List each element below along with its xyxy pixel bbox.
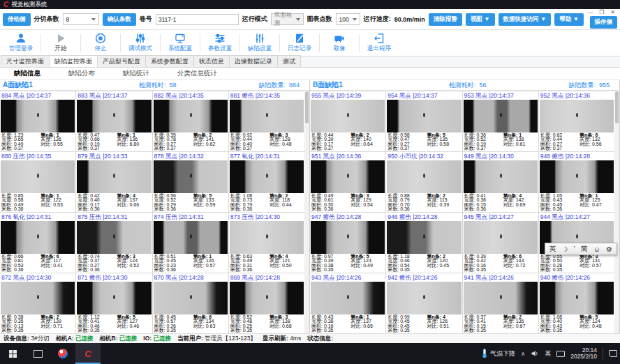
defect-cell[interactable]: 952 黑点 |20:14:36 长度: 0.62宽度: 0.44面积: 0.2… (539, 91, 614, 151)
emoji-icon[interactable]: ☺ (593, 245, 600, 253)
defect-cell[interactable]: 955 黑点 |20:14:39 长度: 0.44宽度: 0.39面积: 0.1… (310, 91, 385, 151)
tab-sub-缺陷分布[interactable]: 缺陷分布 (54, 69, 109, 78)
scrollbar-thumb[interactable] (615, 91, 619, 123)
cell-metrics-right: 第n条: 1灰度: 136对比: 0.55 (40, 133, 74, 151)
toolbar-button-camera[interactable]: 取像 (320, 33, 359, 53)
toolbar-button-sliders-v[interactable]: 调试模式 (121, 33, 160, 53)
defect-cell[interactable]: 884 黑点 |20:14:37 长度: 1.23宽度: 0.65面积: 0.4… (0, 91, 75, 151)
ime-mode-icon[interactable]: ☽ (562, 245, 568, 253)
help-menu-button[interactable]: 帮助 ▼ (554, 13, 584, 26)
defect-cell[interactable]: 882 黑点 |20:14:35 长度: 0.35宽度: 0.78面积: 0.2… (153, 91, 228, 151)
ime-language-bar[interactable]: 英☽’简☺⚙ (545, 243, 617, 255)
defect-cell[interactable]: 947 擦伤 |20:14:28 长度: 0.97宽度: 0.39面积: 0.3… (310, 213, 385, 273)
toolbar-button-sliders-h[interactable]: 参数设置 (200, 33, 239, 53)
cell-contrast: 对比: 0.48 (270, 142, 303, 146)
taskbar-clock[interactable]: 20:14 2025/2/10 (570, 347, 597, 360)
cell-metrics-right: 第n条: 5灰度: 133对比: 0.59 (193, 194, 227, 212)
minimize-icon[interactable]: — (587, 10, 593, 15)
cell-contrast: 对比: 0.51 (427, 324, 461, 328)
defect-cell-header: 881 擦伤 |20:14:35 (229, 91, 304, 100)
defect-cell-info: 长度: 0.51宽度: 0.45面积: 0.23米数: 0.36 第n条: 1灰… (153, 254, 228, 273)
cell-metrics-left: 长度: 0.43宽度: 0.38面积: 0.16米数: 0.35 (311, 315, 350, 333)
defect-cell[interactable]: 940 擦伤 |20:14:26 长度: 1.08宽度: 0.40面积: 0.4… (539, 273, 614, 333)
defect-cell[interactable]: 881 擦伤 |20:14:35 长度: 0.92宽度: 0.44面积: 0.4… (229, 91, 304, 151)
tab-main-尺寸监控界面[interactable]: 尺寸监控界面 (1, 55, 50, 67)
volume-icon[interactable] (531, 349, 539, 358)
tab-sub-分类信息统计[interactable]: 分类信息统计 (163, 69, 231, 78)
defect-cell[interactable]: 874 压伤 |20:14:31 长度: 0.51宽度: 0.45面积: 0.2… (153, 213, 228, 273)
defect-cell[interactable]: 870 黑点 |20:14:28 长度: 0.45宽度: 0.57面积: 0.2… (153, 273, 228, 333)
operate-side-button[interactable]: 操作侧 (590, 16, 618, 29)
defect-cell[interactable]: 883 黑点 |20:14:37 长度: 0.47宽度: 0.66面积: 0.1… (76, 91, 152, 151)
lang-simplified-toggle[interactable]: 简 (581, 244, 588, 254)
cell-metrics-right: 第n条: 3灰度: 131对比: 0.57 (580, 255, 613, 273)
tab-sub-缺陷信息[interactable]: 缺陷信息 (0, 69, 54, 78)
defect-cell[interactable]: 949 黑点 |20:14:30 长度: 0.41宽度: 0.36面积: 0.1… (463, 152, 538, 212)
gear-icon[interactable]: ⚙ (606, 245, 612, 253)
maximize-icon[interactable]: ❐ (599, 10, 604, 15)
defect-cell[interactable]: 877 氧化 |20:14:31 长度: 1.08宽度: 0.73面积: 0.7… (229, 152, 304, 212)
toolbar-button-play[interactable]: 开始 (41, 33, 80, 53)
punctuation-icon[interactable]: ’ (574, 245, 575, 253)
tab-main-边缘数据记录[interactable]: 边缘数据记录 (229, 55, 278, 67)
panel-b-scrollbar[interactable] (614, 91, 619, 333)
chart-points-select[interactable]: 100 (336, 13, 360, 25)
defect-cell[interactable]: 953 黑点 |20:14:37 长度: 0.36宽度: 0.52面积: 0.1… (463, 91, 538, 151)
tab-main-缺陷监控界面[interactable]: 缺陷监控界面 (49, 55, 98, 67)
defect-cell[interactable]: 876 氧化 |20:14:31 长度: 0.66宽度: 0.81面积: 0.5… (0, 213, 75, 273)
language-indicator[interactable]: 英 (545, 349, 551, 358)
defect-cell[interactable]: 872 黑点 |20:14:30 长度: 0.38宽度: 0.35面积: 0.1… (0, 273, 75, 333)
defect-cell[interactable]: 875 压伤 |20:14:31 长度: 0.74宽度: 0.37面积: 0.2… (76, 213, 152, 273)
defect-cell[interactable]: 942 擦伤 |20:14:26 长度: 0.99宽度: 0.45面积: 0.4… (386, 273, 462, 333)
defect-cell[interactable]: 946 擦伤 |20:14:28 长度: 1.18宽度: 0.46面积: 0.5… (386, 213, 462, 273)
action-center-icon[interactable] (609, 350, 617, 357)
roll-number-input[interactable] (156, 14, 239, 25)
tray-expand-icon[interactable]: ∧ (521, 351, 525, 357)
weather-tray-item[interactable]: 气温下降 (481, 349, 515, 358)
toolbar-button-log[interactable]: 日志记录 (280, 33, 319, 53)
task-view-button[interactable] (25, 343, 50, 364)
lang-en-toggle[interactable]: 英 (549, 244, 556, 254)
defect-cell[interactable]: 879 黑点 |20:14:33 长度: 0.42宽度: 0.40面积: 0.1… (76, 152, 152, 212)
tab-sub-缺陷统计[interactable]: 缺陷统计 (109, 69, 163, 78)
data-quick-access-menu-button[interactable]: 数据快捷访问 ▼ (499, 13, 552, 26)
defect-cell[interactable]: 945 黑点 |20:14:27 长度: 0.39宽度: 0.42面积: 0.1… (463, 213, 538, 273)
drive-side-button[interactable]: 传动侧 (3, 13, 31, 26)
defect-cell[interactable]: 948 擦伤 |20:14:28 长度: 1.05宽度: 0.43面积: 0.4… (539, 152, 614, 212)
confirm-count-button[interactable]: 确认条数 (103, 13, 136, 26)
toolbar-button-monitor[interactable]: 系统配置 (161, 33, 200, 53)
tab-main-测试[interactable]: 测试 (277, 55, 301, 67)
clear-alarm-button[interactable]: 清除报警 (429, 13, 462, 26)
run-mode-select[interactable]: 双面检测 (271, 13, 304, 25)
sogou-ime-taskbar-button[interactable] (50, 343, 75, 364)
defect-cell[interactable]: 951 黑点 |20:14:36 长度: 0.49宽度: 0.61面积: 0.3… (310, 152, 385, 212)
toolbar-button-stop[interactable]: 停止 (81, 33, 120, 53)
defect-mark (576, 295, 578, 299)
defect-cell[interactable]: 871 擦伤 |20:14:30 长度: 1.12宽度: 0.41面积: 0.4… (76, 273, 152, 333)
defect-cell[interactable]: 950 小凹坑 |20:14:32 长度: 0.88宽度: 0.79面积: 0.… (386, 152, 462, 212)
scrollbar-thumb[interactable] (305, 91, 309, 123)
start-button[interactable] (0, 343, 25, 364)
close-icon[interactable]: ✕ (610, 10, 615, 15)
cell-contrast: 对比: 0.57 (580, 264, 613, 268)
tab-main-状态信息[interactable]: 状态信息 (193, 55, 230, 67)
defect-cell[interactable]: 943 黑点 |20:14:26 长度: 0.43宽度: 0.38面积: 0.1… (310, 273, 385, 333)
defect-cell-info: 长度: 0.42宽度: 0.40面积: 0.17米数: 0.36 第n条: 4灰… (76, 193, 152, 212)
view-menu-button[interactable]: 视图 ▼ (466, 13, 495, 26)
defect-cell[interactable]: 878 黑点 |20:14:32 长度: 0.56宽度: 0.52面积: 0.2… (153, 152, 228, 212)
toolbar-button-exit[interactable]: 退出程序 (360, 33, 399, 53)
tab-main-系统参数配置[interactable]: 系统参数配置 (145, 55, 194, 67)
defect-cell[interactable]: 880 压伤 |20:14:35 长度: 0.85宽度: 0.58面积: 0.4… (0, 152, 75, 212)
defect-cell[interactable]: 873 压伤 |20:14:30 长度: 0.63宽度: 0.49面积: 0.3… (229, 213, 304, 273)
toolbar-button-levels[interactable]: 缺陷设置 (240, 33, 279, 53)
panel-a-scrollbar[interactable] (304, 91, 309, 333)
defect-cell[interactable]: 941 黑点 |20:14:26 长度: 0.37宽度: 0.41面积: 0.1… (463, 273, 538, 333)
touch-keyboard-icon[interactable] (556, 351, 565, 357)
inspection-app-taskbar-button[interactable]: C (75, 343, 101, 364)
slit-count-select[interactable]: 8 (63, 13, 99, 25)
defect-cell[interactable]: 954 黑点 |20:14:37 长度: 0.58宽度: 0.47面积: 0.2… (386, 91, 462, 151)
toolbar-button-user[interactable]: 管理登录 (1, 33, 40, 53)
tab-main-产品型号配置[interactable]: 产品型号配置 (97, 55, 146, 67)
defect-cell[interactable]: 869 黑点 |20:14:28 长度: 0.52宽度: 0.48面积: 0.2… (229, 273, 304, 333)
defect-image (387, 100, 461, 132)
